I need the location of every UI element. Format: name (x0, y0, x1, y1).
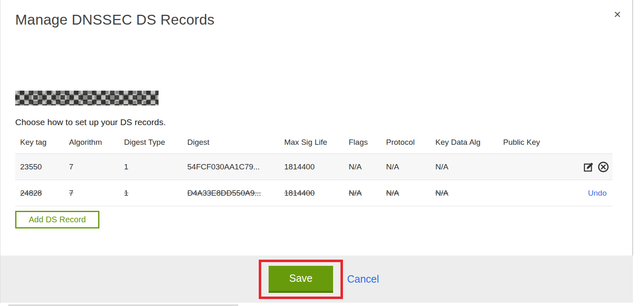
cell-key-data-alg: N/A (430, 180, 498, 206)
save-button[interactable]: Save (269, 266, 333, 293)
cell-key-tag: 23550 (15, 154, 64, 180)
undo-link[interactable]: Undo (588, 189, 609, 198)
cell-actions (498, 154, 612, 180)
close-icon[interactable]: × (614, 8, 621, 21)
cell-digest: 54FCF030AA1C79... (182, 154, 279, 180)
col-header-max-sig-life: Max Sig Life (279, 135, 344, 154)
background-content-bar (8, 304, 238, 306)
cell-algorithm: 7 (64, 154, 119, 180)
delete-record-icon[interactable] (598, 161, 609, 173)
instruction-text: Choose how to set up your DS records. (15, 117, 166, 127)
cell-key-tag: 24828 (15, 180, 64, 206)
add-ds-record-button[interactable]: Add DS Record (15, 211, 99, 228)
col-header-digest: Digest (182, 135, 279, 154)
table-row: 23550 7 1 54FCF030AA1C79... 1814400 N/A … (15, 154, 612, 180)
cell-key-data-alg: N/A (430, 154, 498, 180)
modal-footer: Save Cancel (0, 256, 633, 303)
col-header-digest-type: Digest Type (119, 135, 182, 154)
table-row-deleted: 24828 7 1 D4A33E8DD550A9... 1814400 N/A … (15, 180, 612, 206)
manage-dnssec-modal: Manage DNSSEC DS Records × Choose how to… (0, 0, 633, 303)
col-header-algorithm: Algorithm (64, 135, 119, 154)
col-header-protocol: Protocol (381, 135, 430, 154)
page-background-strip (0, 303, 644, 306)
ds-records-table: Key tag Algorithm Digest Type Digest Max… (15, 135, 612, 206)
col-header-key-tag: Key tag (15, 135, 64, 154)
col-header-key-data-alg: Key Data Alg (430, 135, 498, 154)
cell-max-sig-life: 1814400 (279, 180, 344, 206)
cell-flags: N/A (344, 180, 381, 206)
cell-digest-type: 1 (119, 180, 182, 206)
redacted-domain-blur (15, 91, 159, 105)
cell-protocol: N/A (381, 180, 430, 206)
edit-record-icon[interactable] (583, 161, 595, 173)
cancel-link[interactable]: Cancel (347, 273, 379, 285)
table-header-row: Key tag Algorithm Digest Type Digest Max… (15, 135, 612, 154)
cell-digest-type: 1 (119, 154, 182, 180)
col-header-flags: Flags (344, 135, 381, 154)
cell-actions: Undo (498, 180, 612, 206)
cell-digest: D4A33E8DD550A9... (182, 180, 279, 206)
cell-protocol: N/A (381, 154, 430, 180)
cell-algorithm: 7 (64, 180, 119, 206)
modal-title: Manage DNSSEC DS Records (15, 11, 214, 28)
annotation-highlight-rectangle: Save (259, 260, 343, 299)
cell-max-sig-life: 1814400 (279, 154, 344, 180)
col-header-public-key: Public Key (498, 135, 612, 154)
cell-flags: N/A (344, 154, 381, 180)
